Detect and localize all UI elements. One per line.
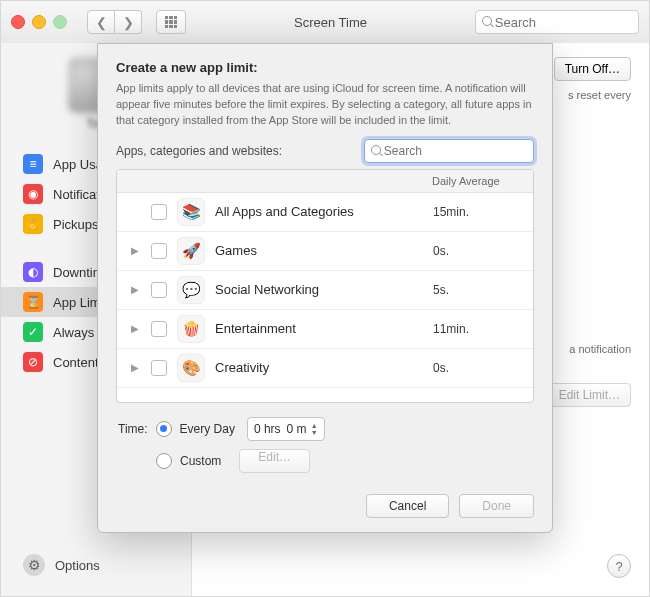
every-day-radio[interactable]	[156, 421, 172, 437]
category-search[interactable]	[364, 139, 534, 163]
category-daily-average: 0s.	[433, 361, 533, 375]
category-label: Entertainment	[215, 321, 433, 336]
minimize-window-button[interactable]	[32, 15, 46, 29]
content-icon: ⊘	[23, 352, 43, 372]
options-button[interactable]: ⚙ Options	[1, 538, 191, 596]
done-button: Done	[459, 494, 534, 518]
minutes-value: 0 m	[287, 422, 307, 436]
category-daily-average: 15min.	[433, 205, 533, 219]
bg-reset-text: s reset every	[568, 89, 631, 101]
column-header-avg: Daily Average	[117, 170, 533, 193]
category-label: All Apps and Categories	[215, 204, 433, 219]
grid-icon	[165, 16, 177, 28]
category-daily-average: 11min.	[433, 322, 533, 336]
every-day-label: Every Day	[180, 422, 235, 436]
screen-time-window: ❮ ❯ Screen Time Tim ≡App Usage◉Notificat…	[0, 0, 650, 597]
custom-edit-button: Edit…	[239, 449, 310, 473]
search-icon	[482, 16, 493, 28]
search-icon	[371, 145, 382, 157]
category-row[interactable]: ▶🎨Creativity0s.	[117, 349, 533, 388]
close-window-button[interactable]	[11, 15, 25, 29]
back-button[interactable]: ❮	[87, 10, 115, 34]
category-row[interactable]: ▶🍿Entertainment11min.	[117, 310, 533, 349]
sheet-heading: Create a new app limit:	[116, 60, 534, 75]
window-title: Screen Time	[194, 15, 467, 30]
downtime-icon: ◐	[23, 262, 43, 282]
sidebar-item-label: Pickups	[53, 217, 99, 232]
category-checkbox[interactable]	[151, 243, 167, 259]
hours-value: 0 hrs	[254, 422, 281, 436]
new-app-limit-sheet: Create a new app limit: App limits apply…	[97, 43, 553, 533]
time-stepper[interactable]: 0 hrs 0 m ▲▼	[247, 417, 325, 441]
category-row[interactable]: ▶🚀Games0s.	[117, 232, 533, 271]
sidebar-item-label: Content	[53, 355, 99, 370]
list-label: Apps, categories and websites:	[116, 144, 282, 158]
custom-radio[interactable]	[156, 453, 172, 469]
bg-notif-text: a notification	[569, 343, 631, 355]
options-label: Options	[55, 558, 100, 573]
gear-icon: ⚙	[23, 554, 45, 576]
category-icon: 🎨	[177, 354, 205, 382]
always-allowed-icon: ✓	[23, 322, 43, 342]
pickups-icon: ✋	[23, 214, 43, 234]
preferences-search[interactable]	[475, 10, 639, 34]
category-row[interactable]: ▶💬Social Networking5s.	[117, 271, 533, 310]
category-checkbox[interactable]	[151, 360, 167, 376]
preferences-search-input[interactable]	[493, 14, 632, 31]
category-icon: 🚀	[177, 237, 205, 265]
show-all-prefs-button[interactable]	[156, 10, 186, 34]
disclosure-triangle-icon[interactable]: ▶	[129, 245, 141, 256]
disclosure-triangle-icon[interactable]: ▶	[129, 362, 141, 373]
stepper-arrows-icon[interactable]: ▲▼	[311, 422, 318, 436]
category-icon: 💬	[177, 276, 205, 304]
category-icon: 🍿	[177, 315, 205, 343]
category-daily-average: 0s.	[433, 244, 533, 258]
disclosure-triangle-icon[interactable]: ▶	[129, 284, 141, 295]
traffic-lights	[11, 15, 67, 29]
custom-label: Custom	[180, 454, 221, 468]
category-daily-average: 5s.	[433, 283, 533, 297]
forward-button[interactable]: ❯	[115, 10, 142, 34]
turn-off-button[interactable]: Turn Off…	[554, 57, 631, 81]
category-checkbox[interactable]	[151, 321, 167, 337]
app-limits-icon: ⌛	[23, 292, 43, 312]
category-checkbox[interactable]	[151, 204, 167, 220]
nav-segmented: ❮ ❯	[87, 10, 142, 34]
cancel-button[interactable]: Cancel	[366, 494, 449, 518]
help-button[interactable]: ?	[607, 554, 631, 578]
category-label: Creativity	[215, 360, 433, 375]
category-label: Social Networking	[215, 282, 433, 297]
category-list: Daily Average 📚All Apps and Categories15…	[116, 169, 534, 403]
edit-limit-button[interactable]: Edit Limit…	[548, 383, 631, 407]
category-icon: 📚	[177, 198, 205, 226]
category-row[interactable]: 📚All Apps and Categories15min.	[117, 193, 533, 232]
sheet-description: App limits apply to all devices that are…	[116, 81, 534, 129]
category-search-input[interactable]	[382, 143, 527, 159]
window-titlebar: ❮ ❯ Screen Time	[1, 1, 649, 44]
app-usage-icon: ≡	[23, 154, 43, 174]
notifications-icon: ◉	[23, 184, 43, 204]
category-label: Games	[215, 243, 433, 258]
disclosure-triangle-icon[interactable]: ▶	[129, 323, 141, 334]
time-label: Time:	[118, 422, 148, 436]
zoom-window-button[interactable]	[53, 15, 67, 29]
category-checkbox[interactable]	[151, 282, 167, 298]
